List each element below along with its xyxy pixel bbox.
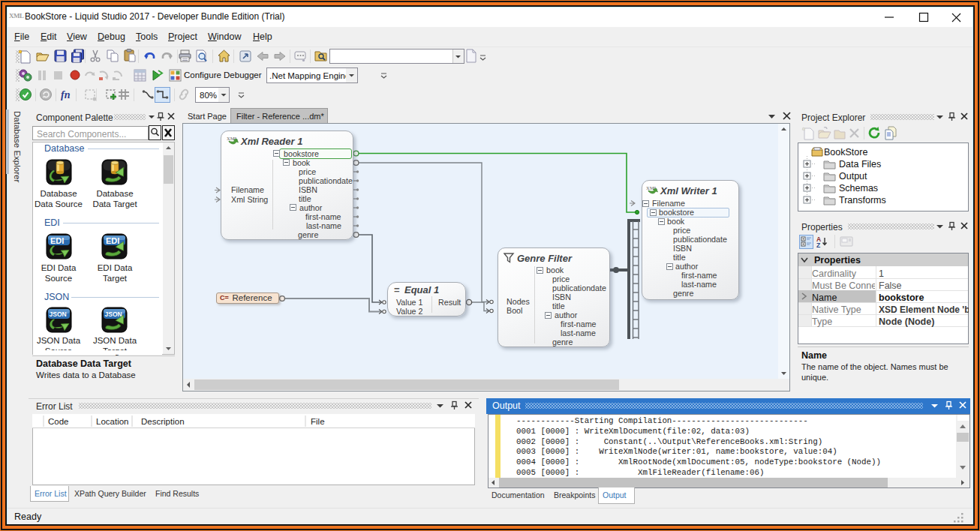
svg-text:fn: fn bbox=[61, 89, 71, 100]
svg-text:EDI: EDI bbox=[50, 236, 64, 245]
svg-text:JSON: JSON bbox=[50, 310, 67, 318]
svg-text:JSON: JSON bbox=[105, 310, 122, 318]
svg-text:Z: Z bbox=[816, 242, 820, 249]
svg-text:EDI: EDI bbox=[106, 236, 119, 245]
